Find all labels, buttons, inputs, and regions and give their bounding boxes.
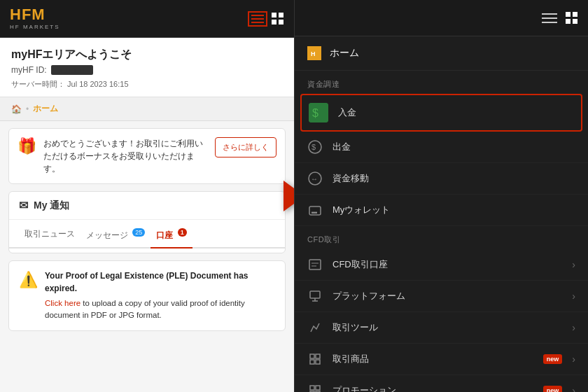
right-arrow-overlay: [273, 175, 294, 217]
svg-rect-21: [316, 386, 320, 390]
bc-separator: •: [26, 104, 29, 114]
chevron-icon: ›: [572, 385, 575, 392]
wallet-label: Myウォレット: [332, 204, 575, 216]
left-panel: HFM HF MARKETS myHFエリアへようこそ myHF ID: ■■■…: [0, 0, 294, 392]
svg-rect-18: [310, 360, 314, 364]
alert-card: ⚠️ Your Proof of Legal Existence (PLE) D…: [8, 260, 286, 331]
right-panel: H ホーム 資金調達 $ 入金 $ 出金 ↔ 資金移動: [294, 0, 588, 392]
messages-badge: 25: [132, 228, 145, 237]
withdraw-icon: $: [307, 139, 323, 155]
right-grid-icon[interactable]: [566, 12, 578, 24]
svg-text:H: H: [311, 50, 316, 57]
bonus-detail-button[interactable]: さらに詳しく: [215, 137, 276, 158]
tools-label: 取引ツール: [332, 321, 562, 334]
wallet-icon: ▬: [307, 202, 323, 218]
hf-mini-logo: H: [307, 46, 321, 60]
svg-text:$: $: [312, 143, 316, 151]
menu-item-deposit[interactable]: $ 入金: [300, 94, 582, 132]
account-badge: 1: [178, 228, 187, 237]
deposit-icon: $: [309, 103, 328, 122]
gift-icon: 🎁: [18, 137, 36, 155]
promotion-new-badge: new: [543, 386, 563, 392]
svg-rect-10: [309, 260, 321, 270]
promotion-icon: [307, 383, 323, 392]
cfd-account-label: CFD取引口座: [332, 258, 562, 271]
tab-trading-news[interactable]: 取引ニュース: [19, 225, 80, 247]
chevron-icon: ›: [572, 354, 575, 365]
myhf-id-value: ■■■■■■: [51, 65, 93, 75]
click-here-link[interactable]: Click here: [45, 299, 80, 307]
right-header: [295, 0, 588, 36]
breadcrumb: 🏠 • ホーム: [0, 97, 294, 121]
tab-messages[interactable]: メッセージ 25: [80, 225, 150, 247]
platform-label: プラットフォーム: [332, 290, 562, 302]
tab-account[interactable]: 口座 1: [150, 225, 192, 247]
svg-rect-19: [316, 360, 320, 364]
menu-item-platform[interactable]: プラットフォーム ›: [295, 281, 588, 312]
products-icon: [307, 351, 323, 367]
menu-item-wallet[interactable]: ▬ Myウォレット: [295, 195, 588, 226]
svg-text:▬: ▬: [312, 209, 317, 215]
svg-rect-13: [310, 291, 320, 298]
red-arrow: [284, 181, 294, 211]
products-new-badge: new: [543, 354, 563, 364]
deposit-label: 入金: [338, 106, 574, 119]
bc-home-label: ホーム: [33, 103, 58, 115]
menu-item-promotion[interactable]: プロモーション new ›: [295, 375, 588, 392]
logo-sub: HF MARKETS: [10, 24, 60, 30]
menu-item-withdraw[interactable]: $ 出金: [295, 132, 588, 163]
home-bc-icon: 🏠: [11, 104, 22, 114]
welcome-section: myHFエリアへようこそ myHF ID: ■■■■■■ サーバー時間： Jul…: [0, 38, 294, 97]
menu-item-products[interactable]: 取引商品 new ›: [295, 344, 588, 375]
alert-text: Your Proof of Legal Existence (PLE) Docu…: [45, 270, 275, 322]
svg-text:↔: ↔: [311, 175, 318, 183]
promotion-label: プロモーション: [332, 384, 533, 392]
myhf-id-row: myHF ID: ■■■■■■: [11, 65, 283, 75]
welcome-title: myHFエリアへようこそ: [11, 48, 283, 62]
notification-section: ✉ My 通知 取引ニュース メッセージ 25 口座 1: [8, 191, 286, 253]
myhf-id-label: myHF ID:: [11, 65, 47, 75]
svg-text:$: $: [312, 107, 318, 119]
tools-icon: [307, 320, 323, 335]
alert-title: Your Proof of Legal Existence (PLE) Docu…: [45, 270, 275, 295]
hamburger-menu-icon[interactable]: [248, 11, 267, 27]
section-header-funding: 資金調達: [295, 71, 588, 94]
notification-tabs: 取引ニュース メッセージ 25 口座 1: [9, 220, 285, 248]
svg-rect-16: [310, 354, 314, 358]
logo-text: HFM: [10, 7, 60, 22]
products-label: 取引商品: [332, 353, 533, 365]
chevron-icon: ›: [572, 322, 575, 333]
cfd-account-icon: [307, 257, 323, 272]
grid-view-icon[interactable]: [272, 13, 284, 25]
server-time: サーバー時間： Jul 18 2023 16:15: [11, 79, 283, 90]
transfer-icon: ↔: [307, 171, 323, 186]
withdraw-label: 出金: [332, 141, 575, 153]
svg-rect-20: [310, 386, 314, 390]
header-icons: [248, 11, 284, 27]
menu-item-cfd-account[interactable]: CFD取引口座 ›: [295, 249, 588, 281]
chevron-icon: ›: [572, 259, 575, 270]
right-content: H ホーム 資金調達 $ 入金 $ 出金 ↔ 資金移動: [295, 36, 588, 392]
home-menu-label: ホーム: [330, 47, 359, 59]
bonus-card: 🎁 おめでとうございます！お取引にご利用いただけるボーナスをお受取りいただけます…: [8, 128, 286, 184]
chevron-icon: ›: [572, 290, 575, 302]
bonus-text: おめでとうございます！お取引にご利用いただけるボーナスをお受取りいただけます。: [43, 137, 208, 175]
warning-icon: ⚠️: [19, 271, 38, 289]
svg-rect-17: [316, 354, 320, 358]
platform-icon: [307, 288, 323, 304]
left-content: myHFエリアへようこそ myHF ID: ■■■■■■ サーバー時間： Jul…: [0, 38, 294, 392]
hfm-logo: HFM HF MARKETS: [10, 7, 60, 30]
transfer-label: 資金移動: [332, 172, 575, 185]
notification-title: My 通知: [34, 200, 69, 212]
section-header-cfd: CFD取引: [295, 226, 588, 249]
menu-item-transfer[interactable]: ↔ 資金移動: [295, 163, 588, 195]
right-hamburger-icon[interactable]: [539, 10, 560, 26]
left-header: HFM HF MARKETS: [0, 0, 294, 38]
envelope-icon: ✉: [19, 199, 28, 212]
menu-home-item[interactable]: H ホーム: [295, 36, 588, 71]
notification-header: ✉ My 通知: [9, 192, 285, 220]
menu-item-tools[interactable]: 取引ツール ›: [295, 312, 588, 344]
